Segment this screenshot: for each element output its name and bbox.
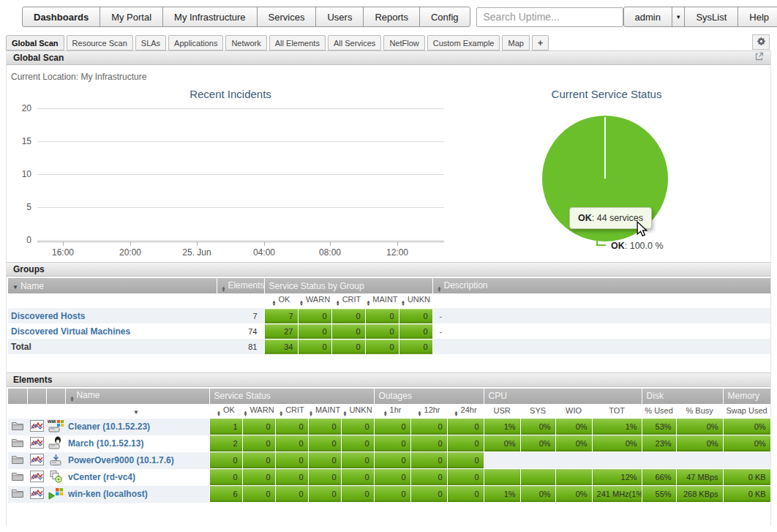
dashboard-tab-network[interactable]: Network bbox=[225, 35, 266, 50]
elements-subcol-crit[interactable]: ▲▼CRIT bbox=[275, 404, 308, 419]
disk-cell-busy: 268 KBps bbox=[676, 486, 723, 503]
elements-header: Elements bbox=[7, 372, 770, 387]
group-link-discovered-hosts[interactable]: Discovered Hosts bbox=[11, 311, 85, 321]
status-cell-ok: 27 bbox=[264, 323, 298, 339]
folder-icon[interactable] bbox=[8, 419, 27, 435]
cpu-cell-usr: 0% bbox=[484, 435, 520, 452]
graph-icon[interactable] bbox=[27, 469, 46, 486]
settings-button[interactable] bbox=[752, 34, 770, 50]
linux-server-icon bbox=[46, 435, 65, 452]
elements-subcol-ok[interactable]: ▲▼OK bbox=[209, 404, 242, 419]
group-description-cell: - bbox=[432, 308, 770, 323]
groups-table: ▼Name▲▼ElementsService Status by Group▲▼… bbox=[8, 278, 770, 355]
elements-subcol-warn[interactable]: ▲▼WARN bbox=[242, 404, 275, 419]
folder-icon[interactable] bbox=[8, 469, 27, 486]
folder-icon[interactable] bbox=[8, 452, 27, 469]
nav-tab-dashboards[interactable]: Dashboards bbox=[22, 7, 100, 27]
graph-icon[interactable] bbox=[27, 435, 46, 452]
y-tick-label: 5 bbox=[11, 202, 31, 212]
groups-col-elements[interactable]: ▲▼Elements bbox=[217, 278, 264, 293]
dashboard-tab-map[interactable]: Map bbox=[502, 35, 529, 50]
groups-subheader-row: ▲▼OK▲▼WARN▲▼CRIT▲▼MAINT▲▼UNKN bbox=[8, 293, 770, 308]
nav-tab-my-portal[interactable]: My Portal bbox=[100, 7, 163, 27]
search-input[interactable] bbox=[476, 7, 623, 27]
element-name-cell: March (10.1.52.13) bbox=[65, 435, 209, 452]
graph-icon[interactable] bbox=[27, 419, 46, 435]
outage-cell-12hr: 0 bbox=[410, 435, 447, 452]
status-cell-ok: 6 bbox=[209, 486, 242, 503]
y-tick-label: 20 bbox=[11, 103, 31, 113]
dashboard-tab-row: Global ScanResource ScanSLAsApplications… bbox=[0, 33, 777, 50]
popout-button[interactable] bbox=[754, 52, 764, 64]
nav-tab-reports[interactable]: Reports bbox=[363, 7, 420, 27]
cpu-cell-tot: 12% bbox=[592, 469, 642, 486]
disk-cell-empty bbox=[642, 452, 676, 469]
elements-name-sort[interactable]: ▼ bbox=[65, 404, 209, 419]
element-link-vcenter-rd-vc4[interactable]: vCenter (rd-vc4) bbox=[68, 472, 135, 482]
folder-icon[interactable] bbox=[8, 486, 27, 503]
dashboard-tab-slas[interactable]: SLAs bbox=[135, 35, 166, 50]
elements-col-service-status: Service Status bbox=[209, 389, 374, 404]
dashboard-tab-all-services[interactable]: All Services bbox=[328, 35, 381, 50]
status-cell-maint: 0 bbox=[308, 452, 341, 469]
elements-subcol-unkn[interactable]: ▲▼UNKN bbox=[341, 404, 374, 419]
groups-col-name[interactable]: ▼Name bbox=[8, 278, 217, 293]
element-name-cell: PowerOver9000 (10.1.7.6) bbox=[65, 452, 209, 469]
nav-tab-my-infrastructure[interactable]: My Infrastructure bbox=[162, 7, 258, 27]
graph-icon[interactable] bbox=[27, 452, 46, 469]
graph-icon[interactable] bbox=[27, 486, 46, 503]
nav-tab-config[interactable]: Config bbox=[419, 7, 470, 27]
groups-subcol-unkn[interactable]: ▲▼UNKN bbox=[399, 293, 432, 308]
dashboard-tab-applications[interactable]: Applications bbox=[168, 35, 223, 50]
admin-button[interactable]: admin bbox=[623, 7, 672, 27]
folder-icon[interactable] bbox=[8, 435, 27, 452]
status-cell-warn: 0 bbox=[298, 323, 331, 339]
elements-col-name[interactable]: ▲▼Name bbox=[65, 389, 209, 404]
groups-subcol-ok[interactable]: ▲▼OK bbox=[264, 293, 298, 308]
dashboard-tab-resource-scan[interactable]: Resource Scan bbox=[67, 35, 133, 50]
groups-tbody: Discovered Hosts770000-Discovered Virtua… bbox=[8, 308, 770, 354]
group-link-discovered-virtual-machines[interactable]: Discovered Virtual Machines bbox=[11, 326, 130, 337]
nav-tab-users[interactable]: Users bbox=[315, 7, 364, 27]
help-button[interactable]: Help bbox=[737, 7, 777, 27]
incidents-plot-area: 16:0020:0025. Jun04:0008:0012:00 bbox=[37, 108, 444, 252]
groups-col-description[interactable]: ▲▼Description bbox=[432, 278, 770, 293]
group-elements-count: 7 bbox=[217, 308, 264, 323]
caret-down-icon[interactable]: ▾ bbox=[672, 7, 686, 27]
sort-icon: ▲▼ bbox=[222, 286, 226, 292]
element-link-powerover9000-10-1-7-6[interactable]: PowerOver9000 (10.1.7.6) bbox=[68, 455, 174, 465]
memory-cell-swap-used: 0 KB bbox=[723, 486, 770, 503]
element-link-cleaner-10-1-52-23[interactable]: Cleaner (10.1.52.23) bbox=[68, 422, 150, 432]
syslist-button[interactable]: SysList bbox=[684, 7, 738, 27]
status-cell-ok: 7 bbox=[264, 308, 298, 323]
add-dashboard-tab-button[interactable]: + bbox=[532, 35, 549, 50]
groups-subcol-warn[interactable]: ▲▼WARN bbox=[298, 293, 331, 308]
dashboard-tab-all-elements[interactable]: All Elements bbox=[269, 35, 326, 50]
groups-row-discovered-hosts: Discovered Hosts770000- bbox=[8, 308, 770, 323]
elements-title: Elements bbox=[13, 375, 52, 385]
groups-subcol-maint[interactable]: ▲▼MAINT bbox=[365, 293, 399, 308]
cpu-cell-tot: 0% bbox=[592, 435, 642, 452]
pie-slice-divider bbox=[604, 117, 606, 179]
status-cell-warn: 0 bbox=[298, 339, 331, 354]
elements-subcol-24hr[interactable]: ▲▼24hr bbox=[447, 404, 484, 419]
dashboard-tab-global-scan[interactable]: Global Scan bbox=[6, 35, 64, 50]
sort-icon: ▲▼ bbox=[366, 300, 370, 306]
outage-cell-12hr: 0 bbox=[410, 469, 447, 486]
outage-cell-1hr: 0 bbox=[374, 469, 410, 486]
elements-subcol-12hr[interactable]: ▲▼12hr bbox=[410, 404, 447, 419]
dashboard-tab-custom-example[interactable]: Custom Example bbox=[427, 35, 500, 50]
dashboard-tab-netflow[interactable]: NetFlow bbox=[383, 35, 424, 50]
groups-subcol-crit[interactable]: ▲▼CRIT bbox=[331, 293, 365, 308]
elements-subcol-maint[interactable]: ▲▼MAINT bbox=[308, 404, 341, 419]
disk-cell-busy: 0% bbox=[676, 435, 723, 452]
elements-subcol-1hr[interactable]: ▲▼1hr bbox=[374, 404, 410, 419]
element-row-march-10-1-52-13: March (10.1.52.13)200000000%0%0%0%23%0%0… bbox=[8, 435, 770, 452]
nav-tab-services[interactable]: Services bbox=[257, 7, 317, 27]
cpu-cell-wio bbox=[555, 469, 592, 486]
element-row-powerover9000-10-1-7-6: PowerOver9000 (10.1.7.6)00000000 bbox=[8, 452, 770, 469]
element-link-win-ken-localhost[interactable]: win-ken (localhost) bbox=[68, 489, 148, 499]
elements-subcol-sys: SYS bbox=[520, 404, 555, 419]
elements-col-outages: Outages bbox=[374, 389, 484, 404]
element-link-march-10-1-52-13[interactable]: March (10.1.52.13) bbox=[68, 438, 143, 449]
